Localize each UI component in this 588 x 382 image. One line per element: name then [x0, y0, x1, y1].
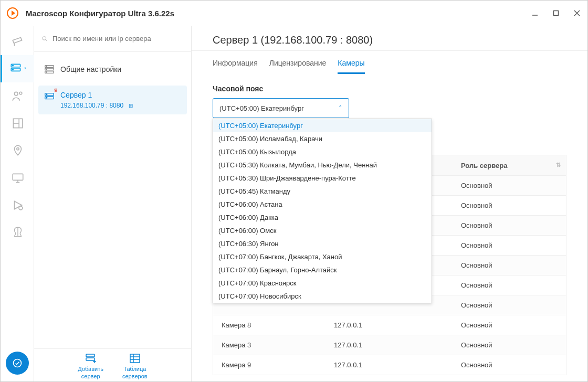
- table-row[interactable]: Камера 8127.0.0.1Основной: [213, 315, 566, 335]
- server-tabs: Информация Лицензирование Камеры: [192, 51, 587, 74]
- main-panel: Сервер 1 (192.168.100.79 : 8080) Информа…: [192, 26, 587, 382]
- timezone-option[interactable]: (UTC+05:45) Катманду: [213, 185, 432, 198]
- timezone-option[interactable]: (UTC+06:00) Дакка: [213, 211, 432, 224]
- cell-role: Основной: [450, 182, 566, 189]
- timezone-option[interactable]: (UTC+07:00) Бангкок, Джакарта, Ханой: [213, 250, 432, 263]
- page-title: Сервер 1 (192.168.100.79 : 8080): [192, 26, 587, 51]
- nav-cameras-icon[interactable]: [1, 28, 34, 55]
- svg-point-28: [46, 72, 47, 72]
- sort-icon[interactable]: ⇅: [556, 162, 561, 168]
- tree-general-label: Общие настройки: [60, 65, 121, 73]
- app-logo-icon: [7, 7, 18, 19]
- app-title: Macroscop Конфигуратор Ultra 3.6.22s: [26, 9, 174, 18]
- svg-rect-1: [554, 11, 559, 16]
- cell-ip: 127.0.0.1: [334, 321, 450, 329]
- svg-line-22: [46, 39, 47, 41]
- col-server-role[interactable]: Роль сервера: [461, 162, 507, 169]
- table-row[interactable]: Камера 3127.0.0.1Основной: [213, 335, 566, 355]
- cell-role: Основной: [450, 341, 566, 349]
- titlebar: Macroscop Конфигуратор Ultra 3.6.22s: [1, 1, 587, 26]
- svg-point-13: [17, 148, 19, 150]
- timezone-option[interactable]: (UTC+06:00) Омск: [213, 224, 432, 237]
- cell-role: Основной: [450, 361, 566, 369]
- tree-server-item[interactable]: ♛ Сервер 1 192.168.100.79 : 8080 ⊞: [38, 86, 187, 114]
- timezone-selected: (UTC+05:00) Екатеринбург: [219, 104, 304, 112]
- nav-analytics-icon[interactable]: [1, 219, 34, 246]
- timezone-option[interactable]: (UTC+07:00) Барнаул, Горно-Алтайск: [213, 263, 432, 277]
- table-row[interactable]: Камера 9127.0.0.1Основной: [213, 355, 566, 375]
- timezone-option[interactable]: (UTC+05:00) Екатеринбург: [213, 119, 432, 132]
- nav-sidebar: *: [1, 26, 34, 382]
- add-server-button[interactable]: Добавить сервер: [78, 352, 103, 379]
- nav-servers-icon[interactable]: *: [1, 55, 34, 82]
- nav-plans-icon[interactable]: [1, 110, 34, 137]
- add-server-label-1: Добавить: [78, 366, 103, 372]
- timezone-option[interactable]: (UTC+05:30) Шри-Джаявардене-пура-Котте: [213, 172, 432, 185]
- search-row: [34, 26, 191, 52]
- svg-point-6: [13, 65, 14, 66]
- svg-point-32: [46, 98, 47, 98]
- tab-cameras[interactable]: Камеры: [338, 59, 364, 74]
- nav-users-icon[interactable]: [1, 82, 34, 110]
- server-address: 192.168.100.79 : 8080: [60, 102, 123, 109]
- server-table-button[interactable]: Таблица серверов: [122, 352, 148, 379]
- svg-rect-14: [13, 174, 23, 180]
- cell-role: Основной: [450, 201, 566, 209]
- svg-point-8: [15, 92, 18, 96]
- svg-point-21: [43, 36, 46, 39]
- cell-ip: 127.0.0.1: [334, 341, 450, 349]
- window-close-button[interactable]: [566, 1, 587, 26]
- timezone-option[interactable]: (UTC+05:30) Колката, Мумбаи, Нью-Дели, Ч…: [213, 158, 432, 172]
- cell-role: Основной: [450, 221, 566, 229]
- cell-camera-name: Камера 9: [213, 361, 334, 369]
- svg-point-18: [19, 206, 23, 210]
- cell-role: Основной: [450, 281, 566, 289]
- search-input[interactable]: [52, 35, 184, 43]
- nav-monitors-icon[interactable]: [1, 164, 34, 192]
- cell-camera-name: Камера 3: [213, 341, 334, 349]
- svg-point-27: [46, 69, 47, 69]
- servers-stack-icon: [44, 63, 55, 75]
- tree-general-settings[interactable]: Общие настройки: [38, 58, 187, 80]
- svg-point-7: [13, 69, 14, 70]
- timezone-option[interactable]: (UTC+07:00) Новосибирск: [213, 290, 432, 303]
- tab-info[interactable]: Информация: [213, 59, 258, 74]
- crown-icon: ♛: [54, 88, 58, 93]
- cell-role: Основной: [450, 321, 566, 329]
- chevron-up-icon: ˄: [339, 104, 342, 112]
- cell-role: Основной: [450, 241, 566, 249]
- timezone-option[interactable]: (UTC+05:00) Кызылорда: [213, 145, 432, 158]
- add-server-icon: [85, 352, 97, 365]
- timezone-dropdown[interactable]: (UTC+05:00) Екатеринбург ˄ (UTC+05:00) Е…: [213, 98, 349, 118]
- svg-point-31: [46, 94, 47, 94]
- svg-rect-34: [86, 358, 94, 360]
- timezone-option[interactable]: (UTC+05:00) Исламабад, Карачи: [213, 132, 432, 145]
- window-maximize-button[interactable]: [545, 1, 566, 26]
- svg-point-26: [46, 66, 47, 67]
- svg-point-20: [13, 359, 21, 367]
- tab-licensing[interactable]: Лицензирование: [269, 59, 327, 74]
- server-main-icon: ♛: [44, 91, 55, 102]
- timezone-label: Часовой пояс: [213, 84, 566, 93]
- timezone-dropdown-list[interactable]: (UTC+05:00) Екатеринбург(UTC+05:00) Исла…: [213, 119, 432, 303]
- timezone-option[interactable]: (UTC+06:30) Янгон: [213, 237, 432, 250]
- server-table-label-2: серверов: [122, 373, 148, 379]
- cell-role: Основной: [450, 301, 566, 309]
- apply-button[interactable]: [6, 352, 29, 375]
- svg-rect-33: [86, 354, 94, 357]
- table-icon: [129, 352, 141, 365]
- timezone-option[interactable]: (UTC+07:00) Красноярск: [213, 277, 432, 290]
- tree-panel: Общие настройки ♛ Сервер 1 192.168.100.7…: [34, 26, 192, 382]
- nav-maps-icon[interactable]: [1, 137, 34, 164]
- timezone-option[interactable]: (UTC+06:00) Астана: [213, 198, 432, 211]
- cell-role: Основной: [450, 261, 566, 269]
- svg-rect-37: [130, 354, 140, 363]
- window-minimize-button[interactable]: [524, 1, 545, 26]
- server-name: Сервер 1: [60, 91, 133, 99]
- nav-automation-icon[interactable]: [1, 192, 34, 219]
- cell-ip: 127.0.0.1: [334, 361, 450, 369]
- nav-modified-indicator: *: [24, 66, 26, 71]
- cell-camera-name: Камера 8: [213, 321, 334, 329]
- windows-icon: ⊞: [129, 103, 133, 109]
- svg-marker-17: [15, 201, 22, 209]
